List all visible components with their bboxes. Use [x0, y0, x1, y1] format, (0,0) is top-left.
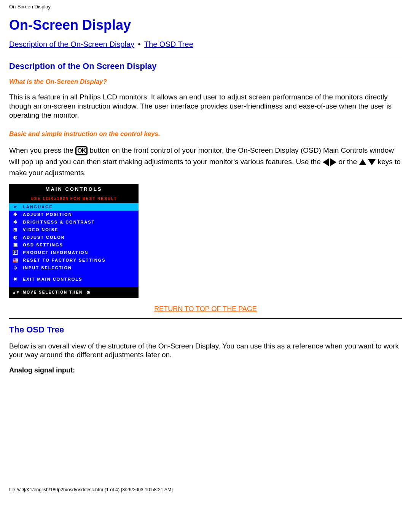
osd-item-label: EXIT MAIN CONTROLS — [23, 277, 82, 281]
osd-item-label: INPUT SELECTION — [23, 265, 72, 270]
paragraph-instruction: When you press the OK button on the fron… — [9, 145, 402, 178]
settings-icon: ▣ — [12, 242, 19, 248]
osd-item-label: PRODUCT INFORMATION — [23, 250, 88, 255]
osd-item-adjust-position: ✥ ADJUST POSITION — [9, 211, 139, 218]
osd-item-label: LANGUAGE — [23, 204, 53, 209]
paragraph-intro: This is a feature in all Philips LCD mon… — [9, 93, 402, 120]
osd-footer: ▲▼ MOVE SELECTION THEN ⊛ — [9, 287, 139, 298]
divider — [9, 318, 402, 319]
paragraph-osd-tree: Below is an overall view of the structur… — [9, 342, 402, 360]
osd-item-adjust-color: ◐ ADJUST COLOR — [9, 233, 139, 241]
osd-gap — [9, 272, 139, 275]
section-heading-description: Description of the On Screen Display — [9, 61, 402, 71]
factory-icon: 🏭 — [12, 257, 19, 263]
section-heading-osd-tree: The OSD Tree — [9, 325, 402, 335]
text-frag-3: or the — [339, 158, 359, 166]
osd-item-brightness-contrast: ✲ BRIGHTNESS & CONTRAST — [9, 218, 139, 226]
brightness-icon: ✲ — [12, 219, 19, 225]
position-icon: ✥ — [12, 212, 19, 217]
text-frag-1: When you press the — [9, 146, 75, 154]
subheading-basic-instruction: Basic and simple instruction on the cont… — [9, 130, 402, 138]
osd-item-product-info: 🄿 PRODUCT INFORMATION — [9, 249, 139, 256]
arrow-right-icon — [330, 158, 336, 166]
osd-resolution-warning: USE 1280x1024 FOR BEST RESULT — [9, 194, 139, 203]
osd-footer-text: MOVE SELECTION THEN — [23, 290, 83, 294]
analog-signal-heading: Analog signal input: — [9, 366, 402, 374]
ok-button-icon: OK — [75, 146, 88, 155]
osd-gap — [9, 283, 139, 287]
updown-icon: ▲▼ — [12, 290, 20, 294]
osd-item-input-selection: ➲ INPUT SELECTION — [9, 264, 139, 272]
divider — [9, 55, 402, 55]
arrow-up-icon — [359, 159, 366, 165]
osd-title: MAIN CONTROLS — [9, 184, 139, 194]
globe-icon: ➣ — [12, 204, 19, 209]
osd-item-language: ➣ LANGUAGE — [9, 203, 139, 211]
arrow-left-icon — [323, 158, 329, 166]
doc-header: On-Screen Display — [0, 0, 411, 11]
subheading-what-is: What is the On-Screen Display? — [9, 78, 402, 86]
osd-item-label: VIDEO NOISE — [23, 227, 59, 232]
nav-link-description[interactable]: Description of the On-Screen Display — [9, 40, 134, 48]
color-icon: ◐ — [12, 235, 19, 240]
ok-icon: ⊛ — [86, 290, 91, 295]
osd-menu-list: ➣ LANGUAGE ✥ ADJUST POSITION ✲ BRIGHTNES… — [9, 203, 139, 287]
osd-item-reset: 🏭 RESET TO FACTORY SETTINGS — [9, 256, 139, 264]
arrow-down-icon — [368, 159, 376, 165]
osd-item-label: BRIGHTNESS & CONTRAST — [23, 220, 95, 224]
osd-item-video-noise: ⊞ VIDEO NOISE — [9, 226, 139, 233]
exit-icon: ✖ — [12, 276, 19, 282]
noise-icon: ⊞ — [12, 227, 19, 232]
osd-item-label: ADJUST COLOR — [23, 235, 65, 240]
return-to-top: RETURN TO TOP OF THE PAGE — [9, 305, 402, 313]
osd-item-label: ADJUST POSITION — [23, 212, 72, 217]
input-icon: ➲ — [12, 265, 19, 270]
page-footer-path: file:///D|/K1/english/180p2b/osd/osddesc… — [0, 485, 411, 495]
osd-panel: MAIN CONTROLS USE 1280x1024 FOR BEST RES… — [9, 184, 139, 298]
osd-item-osd-settings: ▣ OSD SETTINGS — [9, 241, 139, 249]
page-title: On-Screen Display — [9, 17, 402, 33]
osd-item-label: RESET TO FACTORY SETTINGS — [23, 258, 106, 262]
info-icon: 🄿 — [12, 250, 19, 255]
anchor-nav: Description of the On-Screen Display • T… — [9, 40, 402, 49]
separator-dot: • — [137, 40, 142, 48]
return-to-top-link[interactable]: RETURN TO TOP OF THE PAGE — [154, 305, 257, 313]
nav-link-osd-tree[interactable]: The OSD Tree — [144, 40, 193, 48]
content: On-Screen Display Description of the On-… — [0, 17, 411, 374]
osd-item-exit: ✖ EXIT MAIN CONTROLS — [9, 275, 139, 283]
osd-item-label: OSD SETTINGS — [23, 243, 63, 247]
